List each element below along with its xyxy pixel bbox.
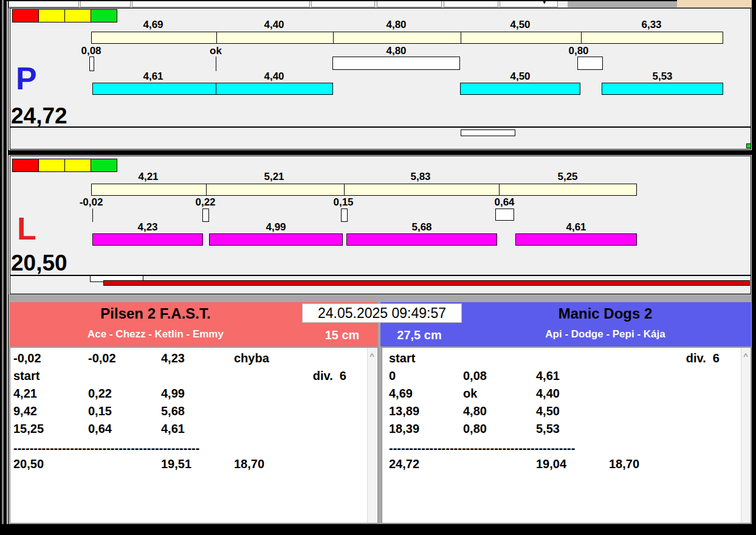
toolbar-segment[interactable] [80,1,131,7]
reaction-time-label: -0,02 [55,196,128,209]
start-light [13,10,39,22]
reaction-time-label: 0,80 [542,45,615,57]
tick-mark [216,57,216,71]
table-cell: 13,89 [389,405,419,417]
dog-split-bar [346,233,497,246]
start-light [91,159,117,171]
dog-split-bar [515,233,637,246]
split-time-label: 5,25 [531,171,604,183]
table-divider: ----------------------------------------… [13,442,199,454]
changeover-box [495,209,514,221]
lane-p-total-time: 24,72 [11,105,67,127]
green-indicator [746,143,751,148]
table-cell: 0 [389,370,396,382]
split-time-label: 4,21 [112,171,185,183]
scroll-up-icon[interactable]: ^ [741,351,751,361]
split-time-label: 4,80 [360,19,433,31]
changeover-box [332,57,460,70]
split-time-label: 4,99 [239,221,312,233]
scroll-up-icon[interactable]: ^ [367,351,377,361]
split-time-label: 5,53 [626,71,699,83]
split-time-label: 4,40 [238,19,311,31]
table-cell: 4,21 [13,387,37,399]
start-light [91,10,117,22]
toolbar-segment[interactable] [132,1,310,7]
toolbar-segment[interactable] [444,1,498,7]
total-time: 18,70 [234,458,264,470]
split-time-label: 5,83 [384,171,457,183]
bar-segment-divider [499,184,500,195]
reaction-time-label: 4,80 [360,45,433,57]
bar-segment-divider [344,184,345,195]
reaction-time-label: 0,15 [307,196,380,209]
start-lights [12,9,117,22]
toolbar-segment[interactable] [9,1,79,7]
lane-l-total-time: 20,50 [11,252,67,274]
dog-split-bar [92,233,203,246]
dog-split-bar [602,83,723,95]
table-cell: -0,02 [13,352,41,364]
changeover-box [577,57,603,70]
tick-box [89,57,94,71]
dog-names-right: Api - Dodge - Pepi - Kája [453,328,756,340]
start-light [39,159,65,171]
scrollbar-left[interactable] [367,348,377,523]
toolbar-segment[interactable] [311,1,375,7]
table-cell: start [389,352,415,364]
split-time-label: 4,50 [484,71,557,83]
lane-p-letter: P [16,63,37,94]
split-time-label: 4,23 [111,221,184,233]
toolbar-filler [568,1,677,7]
jump-height-left: 15 cm [312,328,373,342]
lane-p-marker-box [461,129,515,136]
split-time-label: 4,61 [117,71,190,83]
reaction-time-label: ok [179,45,252,57]
left-edge-line [2,0,4,535]
table-cell: 4,23 [161,352,185,364]
split-time-label: 5,21 [238,171,311,183]
bar-segment-divider [461,32,461,43]
table-cell: 5,53 [536,423,560,435]
bar-segment-divider [206,184,207,195]
table-cell: 0,08 [463,370,487,382]
left-edge-highlight [7,1,8,524]
table-cell: 4,61 [536,370,560,382]
start-light [65,10,91,22]
dog-split-bar [209,233,343,246]
table-cell: 0,80 [463,423,487,435]
panel-divider [9,150,752,155]
table-cell: 9,42 [13,405,37,417]
split-time-label: 4,40 [238,71,311,83]
split-time-label: 6,33 [615,19,688,31]
total-time: 20,50 [13,458,44,470]
bar-segment-divider [216,32,217,43]
team-name-left: Pilsen 2 F.A.S.T. [10,305,301,322]
scrollbar-right[interactable] [741,348,751,523]
split-time-label: 4,69 [117,19,190,31]
table-cell: 5,68 [161,405,185,417]
dog-split-bar [92,83,216,95]
start-light [13,159,39,171]
reaction-time-label: 0,64 [468,196,541,209]
table-cell: -0,02 [88,352,116,364]
table-cell: 0,22 [88,387,112,399]
total-time: 19,51 [161,458,191,470]
split-bar-top [91,184,637,196]
table-divider: ----------------------------------------… [389,442,575,454]
table-cell: 0,64 [88,423,112,435]
split-time-label: 5,68 [385,221,458,233]
table-cell: 4,40 [536,387,560,399]
tick-box [202,209,209,222]
table-cell: 4,99 [161,387,185,399]
dog-split-bar [460,83,580,95]
toolbar-segment[interactable] [500,1,558,7]
start-lights [12,159,117,172]
start-light [65,159,91,171]
dropdown-arrow-icon[interactable]: ▾ [543,0,546,6]
dog-names-left: Ace - Chezz - Ketlin - Emmy [10,328,301,340]
lane-p-baseline [10,126,751,128]
bar-segment-divider [333,32,334,43]
red-progress-bar [103,280,750,286]
footer-bar [0,524,756,535]
toolbar-segment[interactable] [377,1,442,7]
